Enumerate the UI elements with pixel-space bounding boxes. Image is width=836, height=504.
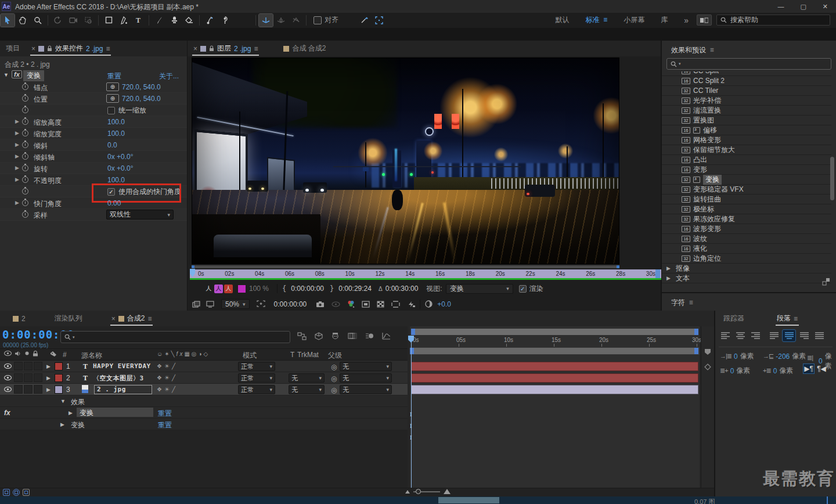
timeline-ruler[interactable]: 0s 05s 10s 15s 20s 25s 30s <box>410 336 700 347</box>
effect-name[interactable]: 变形 <box>693 165 707 175</box>
effect-name[interactable]: 抠像 <box>676 264 690 273</box>
close-tab-icon[interactable]: × <box>111 315 116 323</box>
shape-tool[interactable] <box>102 14 116 27</box>
primary-viewer-icon[interactable] <box>206 301 214 308</box>
puppet-pin-tool[interactable] <box>218 14 232 27</box>
workspace-library[interactable]: 库 <box>653 15 676 25</box>
index-column-header[interactable]: # <box>63 351 67 359</box>
stopwatch-icon[interactable] <box>22 118 28 125</box>
mode-column-header[interactable]: 模式 <box>243 351 257 361</box>
frame-blend-icon[interactable] <box>348 332 357 340</box>
lock-cell[interactable] <box>34 373 42 382</box>
matte-color-swatch[interactable] <box>238 285 246 293</box>
effect-item[interactable]: ▶ 32 变换 <box>662 175 831 185</box>
comp-marker-icon[interactable] <box>704 348 711 355</box>
render-matte-icon[interactable]: 人 <box>224 285 233 293</box>
visibility-eye-icon[interactable] <box>4 375 12 380</box>
fx-transform-row[interactable]: fx ▶ 变换 重置 <box>0 407 408 419</box>
render-masks-icon[interactable]: 人 <box>214 285 223 293</box>
mask-feather-tool[interactable] <box>357 14 371 27</box>
show-snapshot-icon[interactable] <box>331 301 340 307</box>
tab-project[interactable]: 项目 <box>0 41 26 56</box>
effect-item[interactable]: ▶ 16 液化 <box>662 244 831 254</box>
viewer-h-scrollbar[interactable] <box>192 265 619 268</box>
resolution-icon[interactable] <box>362 301 370 308</box>
render-checkbox[interactable]: ✓ <box>519 285 527 293</box>
graph-editor-icon[interactable] <box>382 332 391 340</box>
align-center-icon[interactable] <box>734 330 747 341</box>
effect-name[interactable]: 旋转扭曲 <box>693 195 721 204</box>
effect-item[interactable]: ▶ 32 保留细节放大 <box>662 145 831 155</box>
close-button[interactable]: ✕ <box>823 3 828 10</box>
eraser-tool[interactable] <box>182 14 196 27</box>
workspace-overflow-icon[interactable]: » <box>676 16 697 25</box>
justify-all-icon[interactable] <box>813 330 826 341</box>
transform-group-row[interactable]: ▶ 变换 重置 <box>0 419 408 430</box>
stopwatch-icon[interactable] <box>22 200 28 206</box>
snap-toggle[interactable]: 对齐 <box>314 15 338 25</box>
effect-item[interactable]: ▶ 32 变形稳定器 VFX <box>662 185 831 195</box>
effect-item[interactable]: ▶ 抠像 <box>662 264 831 273</box>
lock-cell[interactable] <box>34 362 42 370</box>
blend-mode-dropdown[interactable]: 正常▾ <box>238 385 275 394</box>
viewer-current-time[interactable]: 0:00:00:00 <box>274 300 307 308</box>
layer-name[interactable]: HAPPY EVERYDAY <box>93 362 151 370</box>
shy-icon[interactable] <box>331 332 340 340</box>
reset-link[interactable]: 重置 <box>158 409 172 419</box>
panel-menu-icon[interactable]: ≡ <box>710 46 714 54</box>
world-axis-mode[interactable] <box>274 14 288 27</box>
stopwatch-icon[interactable] <box>22 188 28 195</box>
parent-dropdown[interactable]: 无▾ <box>340 362 392 371</box>
panel-menu-icon[interactable]: ≡ <box>794 315 798 323</box>
audio-cell[interactable] <box>14 385 23 394</box>
effect-item[interactable]: ▶ 32 边角定位 <box>662 254 831 264</box>
effect-name[interactable]: 边角定位 <box>693 254 721 264</box>
layer-row[interactable]: ▶ 3 T 2 . jpg ❖☀╱ 正常▾ 无▾ ◎ 无▾ <box>0 384 408 395</box>
effect-name[interactable]: 极坐标 <box>693 204 714 214</box>
transparency-grid-icon[interactable] <box>377 301 384 308</box>
panel-menu-icon[interactable]: ≡ <box>147 315 152 323</box>
close-tab-icon[interactable]: × <box>31 45 35 53</box>
twirl-icon[interactable]: ▶ <box>69 410 73 416</box>
pixel-aspect-icon[interactable] <box>391 301 400 308</box>
effect-item[interactable]: ▶ 32 湍流置换 <box>662 106 831 116</box>
panel-menu-icon[interactable]: ≡ <box>106 45 110 53</box>
fast-previews-icon[interactable] <box>407 301 415 308</box>
layer-switches[interactable]: ❖☀╱ <box>157 386 178 393</box>
justify-last-center-icon[interactable] <box>783 330 795 341</box>
group-twirl-icon[interactable]: ▶ <box>666 275 671 281</box>
panel-menu-icon[interactable]: ≡ <box>254 45 258 53</box>
effect-item[interactable]: ▶ 16 CC Split <box>662 71 831 76</box>
trkmat-dropdown[interactable]: 无▾ <box>289 385 325 394</box>
effect-item[interactable]: ▶ 32 光学补偿 <box>662 96 831 106</box>
snapshot-icon[interactable] <box>316 301 325 308</box>
magnification-dropdown[interactable]: 50%▾ <box>221 299 250 309</box>
property-value[interactable]: 100.0 <box>107 118 125 126</box>
property-value[interactable]: 0.00 <box>107 199 121 207</box>
twirl-icon[interactable]: ▶ <box>15 177 19 182</box>
align-right-icon[interactable] <box>749 330 762 341</box>
snap-checkbox[interactable] <box>314 16 322 24</box>
view-dropdown[interactable]: 变换▾ <box>446 284 513 294</box>
effect-name[interactable]: 网格变形 <box>693 135 721 145</box>
playhead-line[interactable] <box>411 336 412 488</box>
roi-icon[interactable] <box>257 300 266 308</box>
audio-cell[interactable] <box>14 373 23 382</box>
first-line-indent-field[interactable]: →⊑-206像素 <box>763 351 806 361</box>
justify-last-left-icon[interactable] <box>767 330 780 341</box>
layer-duration-bar[interactable] <box>411 373 698 383</box>
point-picker-icon[interactable]: ⊕ <box>106 94 119 103</box>
maximize-button[interactable]: ▢ <box>800 3 806 10</box>
effect-name[interactable]: 变形稳定器 VFX <box>693 185 744 195</box>
h-scrollbar-thumb[interactable] <box>438 497 499 503</box>
zoom-slider[interactable] <box>413 491 440 492</box>
stopwatch-icon[interactable] <box>22 142 28 148</box>
workspace-small-screen[interactable]: 小屏幕 <box>615 15 653 25</box>
effect-name[interactable]: 偏移 <box>703 125 717 135</box>
twirl-icon[interactable]: ▶ <box>60 422 64 427</box>
stopwatch-icon[interactable] <box>22 130 28 136</box>
twirl-icon[interactable]: ▶ <box>15 130 19 136</box>
effect-name[interactable]: CC Split <box>693 71 719 75</box>
effect-item[interactable]: ▶ 16 变形 <box>662 165 831 175</box>
twirl-icon[interactable]: ▶ <box>15 118 19 124</box>
